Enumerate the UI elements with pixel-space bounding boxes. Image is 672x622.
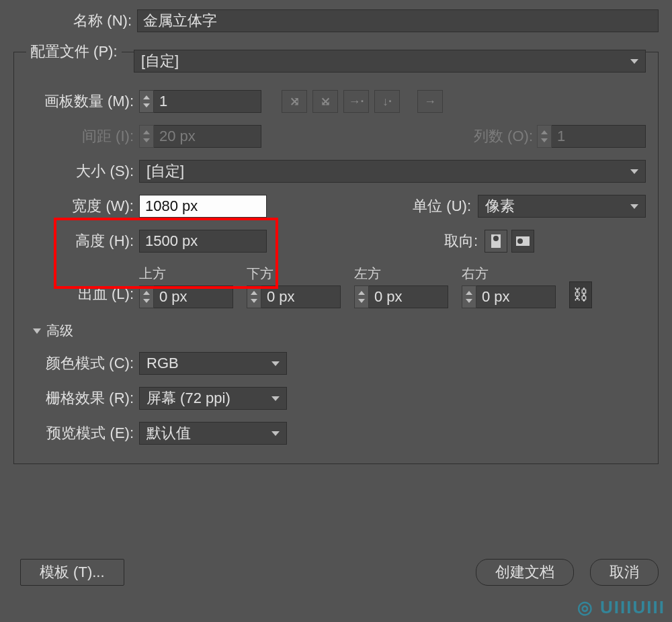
units-label: 单位 (U): (413, 196, 471, 216)
orientation-portrait-button[interactable] (485, 230, 507, 253)
profile-value: [自定] (141, 51, 179, 71)
preview-value: 默认值 (146, 423, 191, 443)
grid-by-row-icon[interactable]: ⤨ (282, 90, 307, 113)
artboard-count-label: 画板数量 (M): (26, 91, 134, 112)
raster-label: 栅格效果 (R): (26, 388, 134, 408)
preview-dropdown[interactable]: 默认值 (139, 422, 287, 445)
link-bleed-icon[interactable]: ⛓ (569, 281, 592, 308)
size-dropdown[interactable]: [自定] (139, 160, 646, 183)
bleed-left-input[interactable] (369, 285, 448, 308)
units-dropdown[interactable]: 像素 (478, 195, 646, 218)
bleed-bottom-input[interactable] (261, 285, 341, 308)
raster-dropdown[interactable]: 屏幕 (72 ppi) (139, 387, 287, 410)
advanced-toggle[interactable]: 高级 (33, 322, 646, 340)
bleed-top-input[interactable] (154, 285, 233, 308)
triangle-down-icon (33, 328, 41, 334)
columns-spinner (537, 125, 552, 148)
chevron-down-icon (271, 361, 280, 366)
spacing-spinner (139, 125, 154, 148)
chevron-down-icon (630, 204, 638, 209)
profile-dropdown[interactable]: [自定] (134, 50, 646, 73)
raster-value: 屏幕 (72 ppi) (146, 388, 230, 408)
cancel-button[interactable]: 取消 (590, 559, 659, 586)
orientation-label: 取向: (444, 231, 478, 251)
create-document-button[interactable]: 创建文档 (476, 559, 574, 586)
grid-by-col-icon[interactable]: ⤩ (312, 90, 338, 113)
bleed-right-input[interactable] (476, 285, 556, 308)
color-mode-dropdown[interactable]: RGB (139, 352, 287, 375)
bleed-top-spinner[interactable] (139, 285, 154, 308)
advanced-label: 高级 (46, 322, 73, 340)
profile-label: 配置文件 (P): (26, 42, 122, 62)
name-input[interactable] (137, 9, 659, 32)
profile-group: 配置文件 (P): [自定] 画板数量 (M): ⤨ ⤩ →· ↓· → 间距 … (13, 42, 659, 464)
bleed-bottom-label: 下方 (247, 265, 341, 283)
height-label: 高度 (H): (26, 231, 134, 251)
bleed-right-label: 右方 (462, 265, 556, 283)
arrange-down-icon[interactable]: ↓· (374, 90, 400, 113)
height-input[interactable] (139, 230, 267, 253)
spacing-label: 间距 (I): (26, 126, 134, 146)
columns-input (552, 125, 646, 148)
watermark: ◎ UIIIUIII (577, 597, 665, 618)
size-label: 大小 (S): (26, 161, 134, 181)
template-button[interactable]: 模板 (T)... (20, 559, 124, 586)
chevron-down-icon (271, 396, 280, 401)
bleed-left-label: 左方 (354, 265, 448, 283)
bleed-bottom-spinner[interactable] (247, 285, 261, 308)
chevron-down-icon (271, 431, 280, 436)
spacing-input (154, 125, 261, 148)
columns-label: 列数 (O): (474, 126, 533, 146)
orientation-landscape-button[interactable] (511, 230, 534, 253)
bleed-left-spinner[interactable] (354, 285, 369, 308)
chevron-down-icon (630, 169, 638, 174)
arrange-ltr-icon[interactable]: → (417, 90, 443, 113)
bleed-label: 出血 (L): (26, 284, 134, 304)
bleed-top-label: 上方 (139, 265, 233, 283)
arrange-right-icon[interactable]: →· (343, 90, 369, 113)
width-input[interactable] (139, 195, 267, 218)
size-value: [自定] (146, 161, 184, 181)
units-value: 像素 (485, 196, 515, 216)
bleed-right-spinner[interactable] (462, 285, 476, 308)
chevron-down-icon (630, 59, 638, 64)
artboard-count-spinner[interactable] (139, 90, 154, 113)
width-label: 宽度 (W): (26, 196, 134, 216)
preview-label: 预览模式 (E): (26, 423, 134, 443)
color-mode-value: RGB (146, 355, 179, 372)
name-label: 名称 (N): (13, 11, 132, 31)
color-mode-label: 颜色模式 (C): (26, 353, 134, 373)
artboard-count-input[interactable] (154, 90, 261, 113)
